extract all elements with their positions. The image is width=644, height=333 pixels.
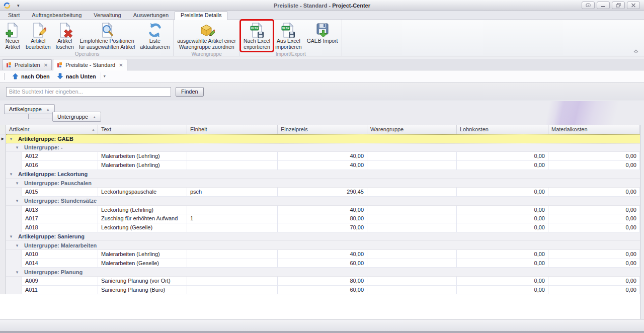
- table-row[interactable]: A014Malerarbeiten (Geselle)60,000,000,00: [0, 259, 644, 268]
- grid-cell: [187, 223, 278, 232]
- neuer-artikel-button[interactable]: NeuerArtikel: [2, 21, 23, 51]
- aus-excel-importieren-button[interactable]: XLSXAus Excelimportieren: [273, 21, 304, 51]
- collapse-group-icon[interactable]: ▾: [14, 181, 20, 186]
- subgroup-row[interactable]: ▾Untergruppe: Planung: [0, 268, 644, 277]
- grid-cell: 0,00: [548, 223, 640, 232]
- ausgew-hlte-artikel-einer-warengruppe-zuordnen-button[interactable]: ausgewählte Artikel einerWarengruppe zuo…: [175, 21, 238, 51]
- restore-button[interactable]: [612, 2, 625, 9]
- nach-excel-exportieren-button[interactable]: XLSXNach Excelexportieren4.: [241, 21, 273, 51]
- window-title: Preisliste - Standard - Project-Center: [0, 3, 644, 9]
- toolbar-dropdown-button[interactable]: ▾: [101, 72, 108, 80]
- grid-header-row: Artikelnr.▲ Text Einheit Einzelpreis War…: [0, 125, 644, 134]
- group-row[interactable]: ▾Artikelgruppe: Leckortung: [0, 170, 644, 179]
- current-row-indicator-icon: ▶: [2, 137, 4, 141]
- grid-cell: [367, 188, 457, 197]
- group-row[interactable]: ▾Artikelgruppe: Sanierung: [0, 232, 644, 241]
- table-row[interactable]: A016Malerarbeiten (Lehrling)40,000,000,0…: [0, 161, 644, 170]
- quick-access-caret-icon[interactable]: ▾: [17, 3, 20, 8]
- artikel-bearbeiten-button[interactable]: Artikelbearbeiten: [23, 21, 53, 51]
- grid-cell: [187, 206, 278, 215]
- tab-close-icon[interactable]: ✕: [118, 62, 123, 68]
- document-tab-preisliste-standard[interactable]: Preisliste - Standard✕: [53, 59, 127, 70]
- tab-close-icon[interactable]: ✕: [43, 62, 48, 68]
- collapse-group-icon[interactable]: ▾: [8, 234, 14, 239]
- collapse-group-icon[interactable]: ▾: [14, 198, 20, 203]
- ribbon-group-caption: Import/Export: [241, 51, 341, 57]
- collapse-group-icon[interactable]: ▾: [14, 270, 20, 275]
- gaeb-import-icon: [314, 22, 331, 38]
- table-row[interactable]: A010Malerarbeiten (Lehrling)40,000,000,0…: [0, 250, 644, 259]
- grid-cell: 40,00: [278, 250, 367, 259]
- toolbar-grip[interactable]: [3, 73, 5, 80]
- recommended-positions-icon: [99, 22, 115, 38]
- document-tab-preislisten[interactable]: Preislisten✕: [2, 59, 52, 70]
- grid-cell: 0,00: [457, 286, 548, 295]
- grid-cell: Leckortung (Geselle): [98, 223, 187, 232]
- move-down-button[interactable]: nach Unten: [53, 72, 100, 80]
- find-button[interactable]: Finden: [176, 87, 204, 97]
- row-indicator-cell: [0, 197, 6, 206]
- collapse-group-icon[interactable]: ▾: [8, 172, 14, 177]
- row-indicator-cell: [0, 241, 6, 250]
- ribbon-tab-auftragsbearbeitung[interactable]: Auftragsbearbeitung: [26, 11, 88, 19]
- grid-cell: 0,00: [457, 277, 548, 286]
- collapse-ribbon-icon[interactable]: [633, 48, 639, 54]
- grid-cell: A015: [22, 188, 98, 197]
- button-label: GAEB Import: [307, 38, 338, 44]
- table-row[interactable]: A013Leckortung (Lehrling)40,000,000,00: [0, 206, 644, 215]
- column-header-text[interactable]: Text: [98, 125, 187, 134]
- table-row[interactable]: A011Sanierung Planung (Büro)60,000,000,0…: [0, 286, 644, 295]
- group-row[interactable]: ▶▾Artikelgruppe: GAEB: [0, 134, 644, 143]
- grid-cell: [367, 286, 457, 295]
- collapse-group-icon[interactable]: ▾: [14, 243, 20, 248]
- row-indicator-cell: [0, 277, 6, 286]
- search-bar: Finden: [0, 82, 644, 101]
- subgroup-row[interactable]: ▾Untergruppe: Stundensätze: [0, 197, 644, 206]
- table-row[interactable]: A012Malerarbeiten (Lehrling)40,000,000,0…: [0, 152, 644, 161]
- grid-cell: 80,00: [278, 277, 367, 286]
- grid-cell: [367, 161, 457, 170]
- refresh-list-icon: [147, 22, 163, 38]
- ribbon-tab-start[interactable]: Start: [2, 11, 26, 19]
- window-style-button[interactable]: [582, 2, 595, 9]
- pricelist-grid: Artikelnr.▲ Text Einheit Einzelpreis War…: [0, 125, 644, 319]
- minimize-button[interactable]: [597, 2, 610, 9]
- grid-cell: 0,00: [548, 286, 640, 295]
- column-header-einheit[interactable]: Einheit: [187, 125, 278, 134]
- row-indent: [6, 259, 22, 268]
- collapse-group-icon[interactable]: ▾: [8, 136, 14, 141]
- groupby-artikelgruppe-button[interactable]: Artikelgruppe▲: [4, 104, 55, 114]
- column-header-warengruppe[interactable]: Warengruppe: [367, 125, 457, 134]
- group-label: Artikelgruppe: Sanierung: [18, 233, 85, 239]
- column-header-artikelnr[interactable]: Artikelnr.▲: [6, 125, 98, 134]
- table-row[interactable]: A009Sanierung Planung (vor Ort)80,000,00…: [0, 277, 644, 286]
- grid-cell: Sanierung Planung (vor Ort): [98, 277, 187, 286]
- search-input[interactable]: [6, 87, 171, 97]
- grid-cell: 0,00: [548, 214, 640, 223]
- subgroup-row[interactable]: ▾Untergruppe: Pauschalen: [0, 179, 644, 188]
- ribbon-tab-verwaltung[interactable]: Verwaltung: [88, 11, 127, 19]
- table-row[interactable]: A015Leckortungspauschalepsch290,450,000,…: [0, 188, 644, 197]
- liste-aktualisieren-button[interactable]: Listeaktualisieren: [137, 21, 172, 51]
- application-window: ▾ Preisliste - Standard - Project-Center…: [0, 0, 644, 333]
- app-logo-icon[interactable]: [3, 2, 11, 10]
- column-header-lohnkosten[interactable]: Lohnkosten: [457, 125, 548, 134]
- ribbon-tab-auswertungen[interactable]: Auswertungen: [127, 11, 175, 19]
- close-button[interactable]: [627, 2, 640, 9]
- artikel-l-schen-button[interactable]: Artikellöschen: [53, 21, 76, 51]
- table-row[interactable]: A017Zuschlag für erhöhten Aufwand180,000…: [0, 214, 644, 223]
- ribbon: NeuerArtikelArtikelbearbeitenArtikellösc…: [0, 19, 644, 56]
- empfohlene-positionen-f-r-ausgew-hlten-artikel-button[interactable]: Empfohlene Positionenfür ausgewählten Ar…: [76, 21, 137, 51]
- groupby-untergruppe-button[interactable]: Untergruppe▲: [52, 112, 101, 122]
- column-header-einzelpreis[interactable]: Einzelpreis: [278, 125, 367, 134]
- table-row[interactable]: A018Leckortung (Geselle)70,000,000,00: [0, 223, 644, 232]
- grid-cell: [367, 214, 457, 223]
- ribbon-tab-preisliste-details[interactable]: Preisliste Details: [175, 11, 227, 20]
- gaeb-import-button[interactable]: GAEB Import: [304, 21, 341, 45]
- collapse-group-icon[interactable]: ▾: [14, 145, 20, 150]
- column-header-materialkosten[interactable]: Materialkosten: [548, 125, 640, 134]
- subgroup-row[interactable]: ▾Untergruppe: Malerarbeiten: [0, 241, 644, 250]
- grid-cell: [187, 277, 278, 286]
- subgroup-row[interactable]: ▾Untergruppe: -: [0, 143, 644, 152]
- move-up-button[interactable]: nach Oben: [9, 72, 53, 80]
